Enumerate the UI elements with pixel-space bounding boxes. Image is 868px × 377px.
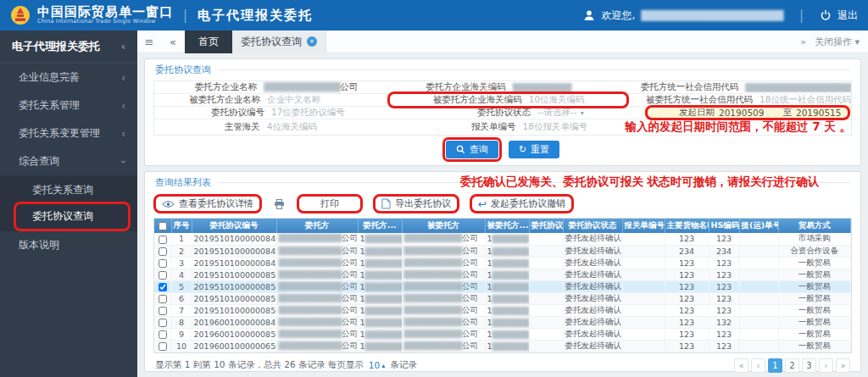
column-header[interactable]: HS编码 — [709, 219, 739, 233]
column-header[interactable]: 委托方 — [276, 219, 358, 233]
export-agreement-button[interactable]: 导出委托协议 — [375, 196, 458, 212]
column-header[interactable]: 委托协议状态 — [563, 219, 622, 233]
row-checkbox[interactable] — [159, 283, 167, 291]
cell-no: 2 — [171, 245, 192, 257]
reset-button[interactable]: ↻ 重置 — [509, 141, 559, 158]
declaration-no-input[interactable]: 18位报关单编号 — [521, 121, 626, 133]
row-checkbox[interactable] — [159, 247, 167, 256]
pager-prev-button[interactable]: ‹ — [751, 358, 765, 373]
cell-proto_extra — [529, 340, 563, 352]
sidebar-item-relation-change-mgmt[interactable]: 委托关系变更管理 ‹ — [0, 119, 137, 147]
date-range-annotation-text: 输入的发起日期时间范围，不能超过 7 天 。 — [626, 119, 852, 135]
select-all-cell[interactable] — [154, 219, 171, 233]
sidebar-item-relation-query[interactable]: 委托关系查询 — [0, 177, 137, 203]
revoke-agreement-button[interactable]: ↩ 发起委托协议撤销 — [471, 196, 572, 212]
row-checkbox[interactable] — [159, 259, 167, 268]
column-header[interactable]: 被委托方... — [485, 219, 529, 233]
cell-goods: 123 — [665, 340, 709, 352]
printer-icon[interactable] — [274, 199, 285, 209]
row-checkbox-cell[interactable] — [154, 257, 171, 269]
row-checkbox[interactable] — [159, 319, 167, 327]
pager-first-button[interactable]: « — [734, 358, 748, 373]
search-button-label: 查询 — [470, 143, 488, 156]
column-header[interactable]: 序号 — [171, 219, 192, 233]
menu-toggle-icon[interactable]: ≡ — [137, 36, 161, 48]
logout-button[interactable]: 退出 — [837, 8, 858, 23]
tab-agreement-query[interactable]: 委托协议查询 ✕ — [232, 30, 326, 53]
row-checkbox[interactable] — [159, 295, 167, 303]
row-checkbox-cell[interactable] — [154, 280, 171, 292]
cell-decl_no — [622, 340, 665, 352]
close-tab-icon[interactable]: ✕ — [307, 36, 317, 47]
agent-uscc-input[interactable]: 18位统一社会信用代码 — [758, 94, 851, 106]
row-checkbox[interactable] — [159, 236, 167, 244]
pager-page-1[interactable]: 1 — [768, 358, 782, 373]
row-checkbox-cell[interactable] — [154, 245, 171, 257]
agreement-no-input[interactable]: 17位委托协议编号 — [270, 107, 398, 119]
column-header[interactable]: 提(运)单号 — [739, 219, 778, 233]
close-operations-dropdown[interactable]: 关闭操作 ▾ — [815, 36, 860, 48]
search-button[interactable]: 查询 — [446, 141, 498, 158]
row-checkbox[interactable] — [159, 271, 167, 280]
pager-next-button[interactable]: › — [819, 358, 833, 373]
agent-name-input[interactable]: 企业中文名称 — [265, 94, 390, 106]
row-checkbox-cell[interactable] — [154, 292, 171, 304]
table-row[interactable]: 120195101000000846████████████公司1███████… — [154, 233, 851, 245]
caret-up-icon: ▴ — [381, 362, 385, 369]
view-agreement-detail-button[interactable]: 查看委托协议详情 — [155, 196, 260, 212]
column-header[interactable]: 报关单编号 — [622, 219, 665, 233]
row-checkbox-cell[interactable] — [154, 269, 171, 280]
cell-agent_extra: 1███████ — [485, 269, 529, 280]
column-header[interactable]: 贸易方式 — [778, 219, 851, 233]
column-header[interactable]: 被委托方 — [402, 219, 485, 233]
sidebar-item-version-notes[interactable]: 版本说明 — [0, 231, 137, 259]
table-row[interactable]: 720195101000000856████████████公司1███████… — [154, 304, 851, 316]
sidebar-item-agreement-query[interactable]: 委托协议查询 — [0, 203, 137, 230]
table-row[interactable]: 420195101000000853████████████公司1███████… — [154, 269, 851, 280]
page-size-select[interactable]: 10 ▴ — [369, 360, 385, 370]
table-row[interactable]: 320195101000000844████████████公司1███████… — [154, 257, 851, 269]
sidebar-root[interactable]: 电子代理报关委托 ‹ — [0, 30, 137, 64]
row-checkbox-cell[interactable] — [154, 316, 171, 328]
cell-client: ████████████公司 — [276, 233, 358, 245]
cell-trade: 一般贸易 — [778, 257, 851, 269]
agent-customs-code-input[interactable]: 10位海关编码 — [527, 94, 626, 106]
agreement-status-select[interactable]: --请选择-- ▾ — [536, 107, 644, 119]
table-row[interactable]: 820196001000000843████████████公司1███████… — [154, 316, 851, 328]
row-checkbox-cell[interactable] — [154, 304, 171, 316]
cell-client_extra: 1████████ — [358, 257, 402, 269]
print-button[interactable]: 打印 — [298, 196, 361, 212]
pager-page-3[interactable]: 3 — [802, 358, 816, 373]
table-row[interactable]: 1020196001000000658████████████公司1██████… — [154, 340, 851, 352]
column-header[interactable]: 委托协议编号 — [192, 219, 276, 233]
row-checkbox[interactable] — [159, 330, 167, 339]
table-row[interactable]: 620195101000000855████████████公司1███████… — [154, 292, 851, 304]
pager-page-2[interactable]: 2 — [785, 358, 799, 373]
pager-last-button[interactable]: » — [836, 358, 850, 373]
row-checkbox-cell[interactable] — [154, 340, 171, 352]
table-row[interactable]: 920196001000000859████████████公司1███████… — [154, 328, 851, 340]
row-checkbox[interactable] — [159, 307, 167, 315]
cell-goods: 123 — [665, 304, 709, 316]
row-checkbox[interactable] — [159, 342, 167, 351]
customs-input[interactable]: 4位海关编码 — [265, 121, 389, 133]
scroll-tabs-right-icon[interactable]: » — [800, 36, 806, 47]
tab-home[interactable]: 首页 — [185, 30, 232, 53]
sidebar-item-relation-mgmt[interactable]: 委托关系管理 ‹ — [0, 91, 137, 119]
column-header[interactable]: 委托协议... — [529, 219, 563, 233]
start-date-input[interactable]: 20190509 — [719, 108, 774, 118]
end-date-input[interactable]: 20190515 — [796, 108, 851, 118]
select-all-checkbox[interactable] — [159, 222, 167, 230]
sidebar-item-comprehensive-query[interactable]: 综合查询 ‹ — [0, 147, 137, 175]
scroll-tabs-left-icon[interactable]: « — [161, 36, 185, 48]
row-checkbox-cell[interactable] — [154, 233, 171, 245]
table-row[interactable]: 220195101000000845████████████公司1███████… — [154, 245, 851, 257]
row-checkbox-cell[interactable] — [154, 328, 171, 340]
table-row[interactable]: 520195101000000854████████████公司1███████… — [154, 280, 851, 292]
power-icon[interactable] — [820, 9, 832, 21]
cell-agent_extra: 1███████ — [485, 233, 529, 245]
column-header[interactable]: 主要货物名称 — [665, 219, 709, 233]
sidebar-item-enterprise-info[interactable]: 企业信息完善 ‹ — [0, 64, 137, 91]
brand-title: 中国国际贸易单一窗口 — [37, 6, 173, 19]
column-header[interactable]: 委托方... — [358, 219, 402, 233]
